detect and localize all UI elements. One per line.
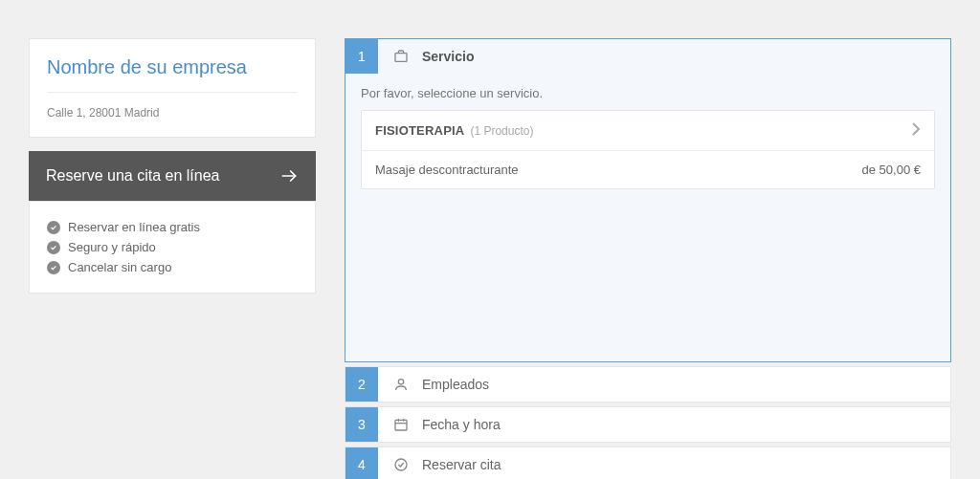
category-name: FISIOTERAPIA [375,123,464,138]
benefit-label: Seguro y rápido [68,240,156,254]
service-category-row[interactable]: FISIOTERAPIA (1 Producto) [362,111,934,151]
company-name: Nombre de su empresa [47,56,298,93]
check-circle-icon [393,457,409,472]
step-confirm[interactable]: 4 Reservar cita [345,446,951,479]
svg-rect-3 [395,420,407,430]
briefcase-icon [393,49,409,64]
service-list: FISIOTERAPIA (1 Producto) Masaje descont… [361,110,935,189]
svg-point-2 [398,380,403,384]
svg-point-7 [395,459,407,470]
service-item-row[interactable]: Masaje descontracturante de 50,00 € [362,151,934,188]
benefit-item: Reservar en línea gratis [47,217,298,237]
calendar-icon [393,417,409,432]
svg-rect-1 [395,54,407,62]
step-label: Empleados [422,377,489,392]
chevron-right-icon [911,122,921,139]
step-employees[interactable]: 2 Empleados [345,366,951,403]
arrow-right-icon [279,166,299,185]
step-number: 4 [345,447,378,479]
benefit-item: Cancelar sin cargo [47,257,298,277]
check-icon [47,261,60,274]
check-icon [47,241,60,254]
service-item-price: de 50,00 € [862,163,921,177]
company-card: Nombre de su empresa Calle 1, 28001 Madr… [29,38,316,138]
company-address: Calle 1, 28001 Madrid [47,106,298,120]
step-label: Reservar cita [422,457,501,472]
step-datetime[interactable]: 3 Fecha y hora [345,406,951,443]
reserve-cta-label: Reserve una cita en línea [46,167,219,185]
step-service-panel: 1 Servicio Por favor, seleccione un serv… [345,38,951,362]
benefit-item: Seguro y rápido [47,237,298,257]
step-number: 1 [345,39,378,74]
step-label: Fecha y hora [422,417,501,432]
service-item-name: Masaje descontracturante [375,163,519,177]
reserve-cta[interactable]: Reserve una cita en línea [29,151,316,201]
step-number: 2 [345,367,378,402]
step-label: Servicio [422,49,474,64]
service-prompt: Por favor, seleccione un servicio. [361,86,935,100]
benefits-list: Reservar en línea gratis Seguro y rápido… [29,201,316,294]
benefit-label: Cancelar sin cargo [68,260,171,274]
step-service-header[interactable]: 1 Servicio [345,39,950,75]
benefit-label: Reservar en línea gratis [68,220,200,234]
user-icon [393,377,409,392]
step-number: 3 [345,407,378,442]
category-count: (1 Producto) [470,124,533,138]
check-icon [47,221,60,234]
